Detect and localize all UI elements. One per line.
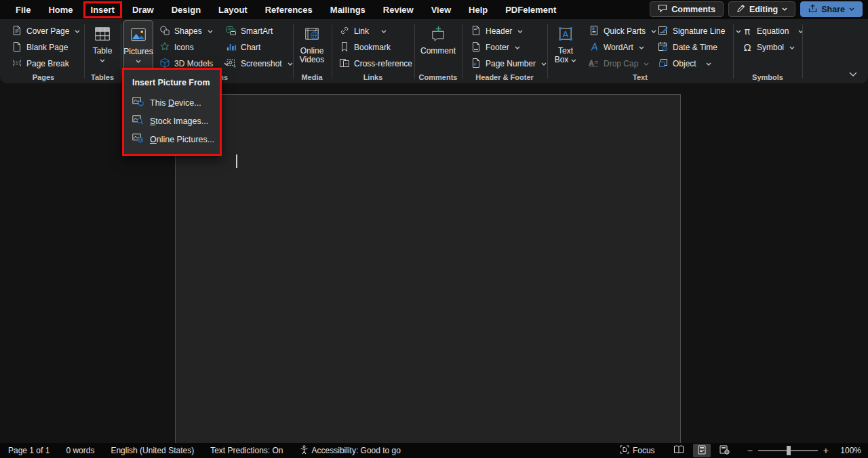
ribbon-group-symbols: π Equation Ω Symbol Symbols: [734, 19, 801, 83]
text-predictions-indicator[interactable]: Text Predictions: On: [202, 443, 291, 458]
ribbon-group-header-footer: Header Footer # Page Number Header & Foo…: [463, 19, 546, 83]
new-comment-icon: [429, 25, 447, 45]
icons-button[interactable]: Icons: [157, 40, 196, 55]
status-bar: Page 1 of 1 0 words English (United Stat…: [0, 443, 868, 458]
menu-item-online-pictures[interactable]: Online Pictures...: [124, 130, 220, 148]
page-number-icon: #: [471, 58, 481, 70]
web-layout-button[interactable]: [716, 444, 734, 457]
drop-cap-button: A Drop Cap: [587, 56, 651, 71]
tab-home[interactable]: Home: [39, 2, 81, 18]
icons-icon: [159, 41, 170, 54]
blank-page-button[interactable]: Blank Page: [9, 40, 70, 55]
cross-reference-icon: [339, 58, 350, 70]
symbol-icon: Ω: [742, 42, 753, 53]
drop-cap-icon: A: [589, 58, 599, 70]
screenshot-icon: [226, 58, 237, 70]
editing-mode-button[interactable]: Editing: [728, 1, 795, 17]
link-icon: [339, 25, 350, 38]
signature-line-button[interactable]: Signature Line: [656, 24, 743, 39]
page-count-indicator[interactable]: Page 1 of 1: [0, 443, 58, 458]
ribbon-group-pages: Cover Page Blank Page Page Break Pages: [5, 19, 81, 83]
page-break-icon: [12, 58, 22, 70]
accessibility-person-icon: [300, 445, 309, 457]
screenshot-button[interactable]: Screenshot: [224, 56, 295, 71]
picture-globe-icon: [132, 133, 144, 145]
tab-review[interactable]: Review: [374, 2, 422, 18]
smartart-button[interactable]: SmartArt: [224, 24, 275, 39]
document-page[interactable]: [175, 94, 681, 443]
pictures-icon: [130, 26, 147, 46]
pictures-button[interactable]: Pictures: [123, 20, 153, 70]
collapse-ribbon-button[interactable]: [849, 67, 857, 79]
zoom-slider-thumb[interactable]: [787, 446, 791, 455]
ribbon-group-tables: Table Tables: [85, 19, 119, 83]
tab-view[interactable]: View: [422, 2, 460, 18]
tab-layout[interactable]: Layout: [210, 2, 256, 18]
chart-button[interactable]: Chart: [224, 40, 262, 55]
text-box-icon: A: [557, 25, 574, 45]
accessibility-indicator[interactable]: Accessibility: Good to go: [292, 443, 409, 458]
tab-draw[interactable]: Draw: [123, 2, 163, 18]
ribbon-tab-strip: File Home Insert Draw Design Layout Refe…: [0, 0, 565, 19]
link-button[interactable]: Link: [337, 24, 389, 39]
wordart-button[interactable]: WordArt: [587, 40, 646, 55]
tab-references[interactable]: References: [256, 2, 321, 18]
zoom-level-indicator[interactable]: 100%: [834, 446, 861, 455]
web-layout-icon: [719, 445, 730, 457]
text-box-button[interactable]: A Text Box: [550, 20, 581, 72]
svg-text:A: A: [589, 59, 594, 66]
tab-help[interactable]: Help: [460, 2, 496, 18]
picture-search-icon: [132, 115, 144, 127]
equation-button[interactable]: π Equation: [740, 24, 806, 39]
header-icon: [471, 25, 481, 38]
date-time-icon: [658, 41, 669, 54]
svg-text:A: A: [563, 29, 569, 39]
page-break-button[interactable]: Page Break: [9, 56, 71, 71]
header-button[interactable]: Header: [469, 24, 525, 39]
ribbon-group-comments: Comment Comments: [416, 19, 460, 83]
tab-file[interactable]: File: [7, 2, 39, 18]
menu-item-stock-images[interactable]: Stock Images...: [124, 112, 220, 130]
chart-icon: [226, 41, 237, 54]
title-bar: File Home Insert Draw Design Layout Refe…: [0, 0, 868, 19]
blank-page-icon: [12, 41, 22, 54]
ribbon-group-text: A Text Box Quick Parts WordArt A Drop Ca…: [549, 19, 732, 83]
object-icon: [658, 58, 669, 70]
quick-parts-icon: [589, 25, 599, 38]
text-cursor: [236, 154, 237, 168]
ribbon-group-links: Link Bookmark Cross-reference Links: [333, 19, 413, 83]
shapes-icon: [159, 25, 170, 38]
pencil-icon: [736, 4, 745, 15]
read-mode-button[interactable]: [670, 444, 688, 457]
comments-button[interactable]: Comments: [650, 1, 724, 17]
object-button[interactable]: Object: [656, 56, 713, 71]
symbol-button[interactable]: Ω Symbol: [740, 40, 797, 55]
word-count-indicator[interactable]: 0 words: [58, 443, 102, 458]
table-button[interactable]: Table: [87, 20, 118, 72]
bookmark-button[interactable]: Bookmark: [337, 40, 393, 55]
shapes-button[interactable]: Shapes: [157, 24, 215, 39]
menu-item-this-device[interactable]: This Device...: [124, 93, 220, 112]
new-comment-button[interactable]: Comment: [417, 20, 459, 72]
share-button[interactable]: Share: [800, 1, 863, 17]
wordart-icon: [589, 41, 599, 54]
insert-picture-dropdown-menu: Insert Picture From This Device... Stock…: [122, 68, 222, 156]
online-videos-button[interactable]: Online Videos: [294, 20, 330, 72]
language-indicator[interactable]: English (United States): [102, 443, 202, 458]
zoom-in-button[interactable]: +: [823, 446, 829, 455]
tab-pdfelement[interactable]: PDFelement: [496, 2, 565, 18]
cover-page-button[interactable]: Cover Page: [9, 24, 82, 39]
cross-reference-button[interactable]: Cross-reference: [337, 56, 414, 71]
print-layout-button[interactable]: [693, 444, 711, 457]
focus-mode-button[interactable]: Focus: [612, 443, 667, 458]
tab-insert[interactable]: Insert: [83, 1, 122, 18]
zoom-slider[interactable]: [758, 450, 818, 451]
tab-design[interactable]: Design: [163, 2, 210, 18]
zoom-out-button[interactable]: −: [747, 446, 753, 455]
zoom-control: − + 100%: [747, 446, 861, 455]
quick-parts-button[interactable]: Quick Parts: [587, 24, 658, 39]
page-number-button[interactable]: # Page Number: [469, 56, 549, 71]
tab-mailings[interactable]: Mailings: [321, 2, 374, 18]
date-time-button[interactable]: Date & Time: [656, 40, 719, 55]
footer-button[interactable]: Footer: [469, 40, 522, 55]
